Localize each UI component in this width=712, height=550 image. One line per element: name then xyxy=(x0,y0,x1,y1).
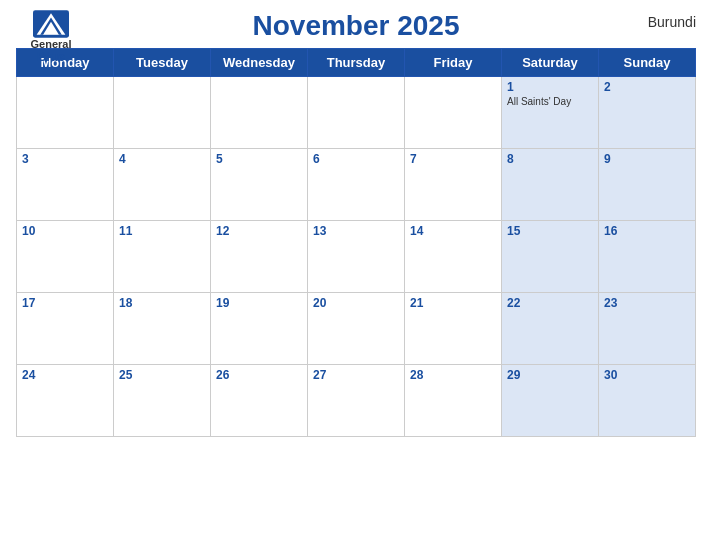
calendar-day-cell: 26 xyxy=(211,365,308,437)
day-number: 2 xyxy=(604,80,690,94)
day-number: 7 xyxy=(410,152,496,166)
day-number: 14 xyxy=(410,224,496,238)
calendar-day-cell: 28 xyxy=(405,365,502,437)
day-number: 26 xyxy=(216,368,302,382)
day-number: 8 xyxy=(507,152,593,166)
calendar-day-cell: 22 xyxy=(502,293,599,365)
calendar-day-cell: 13 xyxy=(308,221,405,293)
calendar-week-row: 24252627282930 xyxy=(17,365,696,437)
calendar-day-cell: 16 xyxy=(599,221,696,293)
day-number: 25 xyxy=(119,368,205,382)
header-friday: Friday xyxy=(405,49,502,77)
calendar-grid: Monday Tuesday Wednesday Thursday Friday… xyxy=(16,48,696,437)
header-saturday: Saturday xyxy=(502,49,599,77)
calendar-week-row: 3456789 xyxy=(17,149,696,221)
day-number: 11 xyxy=(119,224,205,238)
calendar-day-cell: 8 xyxy=(502,149,599,221)
calendar-day-cell: 12 xyxy=(211,221,308,293)
header-thursday: Thursday xyxy=(308,49,405,77)
logo-area: General Blue xyxy=(16,10,86,64)
calendar-day-cell: 4 xyxy=(114,149,211,221)
calendar-day-cell: 30 xyxy=(599,365,696,437)
logo-blue: Blue xyxy=(37,50,65,64)
calendar-day-cell: 2 xyxy=(599,77,696,149)
calendar-day-cell: 19 xyxy=(211,293,308,365)
day-number: 18 xyxy=(119,296,205,310)
calendar-day-cell: 23 xyxy=(599,293,696,365)
day-number: 4 xyxy=(119,152,205,166)
calendar-day-cell: 1All Saints' Day xyxy=(502,77,599,149)
calendar-container: General Blue November 2025 Burundi Monda… xyxy=(0,0,712,550)
day-number: 30 xyxy=(604,368,690,382)
calendar-week-row: 10111213141516 xyxy=(17,221,696,293)
calendar-header: General Blue November 2025 Burundi xyxy=(16,10,696,42)
day-number: 28 xyxy=(410,368,496,382)
holiday-label: All Saints' Day xyxy=(507,96,593,107)
day-number: 16 xyxy=(604,224,690,238)
day-number: 1 xyxy=(507,80,593,94)
calendar-day-cell: 18 xyxy=(114,293,211,365)
calendar-week-row: 1All Saints' Day2 xyxy=(17,77,696,149)
calendar-day-cell xyxy=(405,77,502,149)
day-number: 6 xyxy=(313,152,399,166)
day-number: 9 xyxy=(604,152,690,166)
calendar-day-cell: 5 xyxy=(211,149,308,221)
calendar-day-cell: 27 xyxy=(308,365,405,437)
header-wednesday: Wednesday xyxy=(211,49,308,77)
calendar-day-cell: 25 xyxy=(114,365,211,437)
calendar-day-cell: 7 xyxy=(405,149,502,221)
calendar-week-row: 17181920212223 xyxy=(17,293,696,365)
calendar-day-cell: 11 xyxy=(114,221,211,293)
header-tuesday: Tuesday xyxy=(114,49,211,77)
calendar-day-cell xyxy=(308,77,405,149)
day-number: 15 xyxy=(507,224,593,238)
calendar-day-cell: 21 xyxy=(405,293,502,365)
calendar-title: November 2025 xyxy=(252,10,459,42)
calendar-day-cell: 9 xyxy=(599,149,696,221)
day-number: 22 xyxy=(507,296,593,310)
day-number: 27 xyxy=(313,368,399,382)
calendar-day-cell: 17 xyxy=(17,293,114,365)
day-number: 21 xyxy=(410,296,496,310)
day-number: 13 xyxy=(313,224,399,238)
calendar-day-cell: 29 xyxy=(502,365,599,437)
calendar-day-cell: 15 xyxy=(502,221,599,293)
day-number: 19 xyxy=(216,296,302,310)
day-number: 29 xyxy=(507,368,593,382)
calendar-day-cell: 20 xyxy=(308,293,405,365)
country-label: Burundi xyxy=(648,14,696,30)
day-number: 17 xyxy=(22,296,108,310)
calendar-day-cell: 24 xyxy=(17,365,114,437)
day-number: 5 xyxy=(216,152,302,166)
calendar-day-cell xyxy=(114,77,211,149)
logo-icon xyxy=(33,10,69,38)
calendar-day-cell: 3 xyxy=(17,149,114,221)
day-number: 3 xyxy=(22,152,108,166)
weekday-header-row: Monday Tuesday Wednesday Thursday Friday… xyxy=(17,49,696,77)
calendar-day-cell: 10 xyxy=(17,221,114,293)
calendar-day-cell: 14 xyxy=(405,221,502,293)
day-number: 12 xyxy=(216,224,302,238)
calendar-day-cell xyxy=(17,77,114,149)
day-number: 23 xyxy=(604,296,690,310)
day-number: 20 xyxy=(313,296,399,310)
header-sunday: Sunday xyxy=(599,49,696,77)
calendar-day-cell xyxy=(211,77,308,149)
calendar-day-cell: 6 xyxy=(308,149,405,221)
day-number: 10 xyxy=(22,224,108,238)
day-number: 24 xyxy=(22,368,108,382)
